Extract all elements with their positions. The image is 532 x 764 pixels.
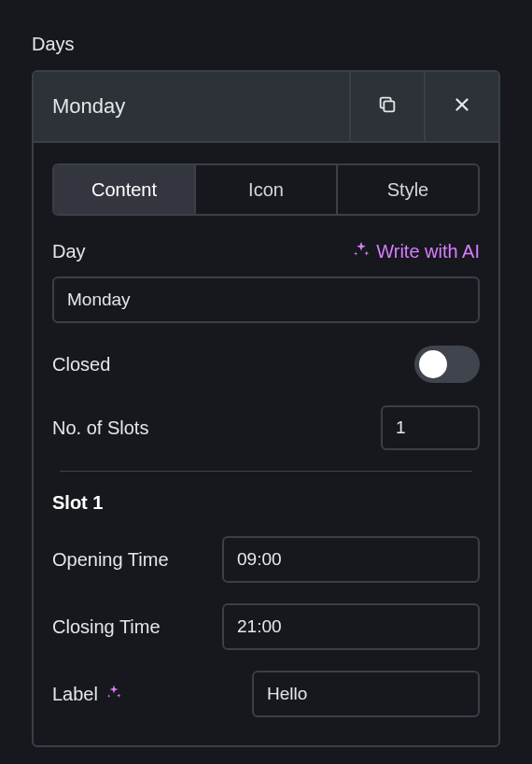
- slot-label-input[interactable]: [254, 672, 480, 715]
- day-header: Monday: [34, 72, 498, 143]
- opening-time-row: Opening Time: [52, 536, 480, 583]
- copy-icon: [377, 94, 398, 120]
- copy-button[interactable]: [349, 72, 424, 141]
- slots-label: No. of Slots: [52, 417, 148, 439]
- slot-label-text: Label: [52, 684, 98, 705]
- closed-row: Closed: [52, 346, 480, 383]
- slot-title: Slot 1: [52, 492, 480, 514]
- day-field-label: Day: [52, 241, 86, 262]
- close-button[interactable]: [424, 72, 498, 141]
- slot-label-input-group: [252, 671, 480, 717]
- closing-time-row: Closing Time: [52, 603, 480, 650]
- toggle-knob: [419, 350, 447, 378]
- svg-rect-0: [384, 101, 394, 111]
- tab-icon[interactable]: Icon: [194, 165, 336, 214]
- day-label-row: Day Write with AI: [52, 240, 480, 263]
- tab-content[interactable]: Content: [54, 165, 194, 214]
- day-title[interactable]: Monday: [34, 72, 349, 141]
- day-input[interactable]: [52, 276, 480, 323]
- opening-time-label: Opening Time: [52, 549, 169, 571]
- write-with-ai-label: Write with AI: [376, 241, 480, 262]
- section-days-label: Days: [32, 34, 500, 55]
- closing-time-label: Closing Time: [52, 616, 161, 638]
- sparkle-icon: [352, 240, 371, 263]
- opening-time-input[interactable]: [222, 536, 480, 583]
- tabs: Content Icon Style: [52, 163, 480, 216]
- divider: [60, 471, 472, 472]
- closing-time-input[interactable]: [222, 603, 480, 650]
- write-with-ai-link[interactable]: Write with AI: [352, 240, 480, 263]
- slots-input[interactable]: [381, 405, 480, 450]
- tab-style[interactable]: Style: [336, 165, 478, 214]
- slot-label-wrap: Label: [52, 684, 122, 705]
- slot-label-row: Label: [52, 671, 480, 717]
- day-panel: Monday Content Icon Style Day Write with…: [32, 70, 500, 747]
- closed-toggle[interactable]: [414, 346, 480, 383]
- closed-label: Closed: [52, 354, 110, 375]
- close-icon: [452, 94, 472, 120]
- sparkle-icon[interactable]: [105, 684, 122, 705]
- day-body: Content Icon Style Day Write with AI Clo…: [34, 143, 498, 745]
- slots-row: No. of Slots: [52, 405, 480, 450]
